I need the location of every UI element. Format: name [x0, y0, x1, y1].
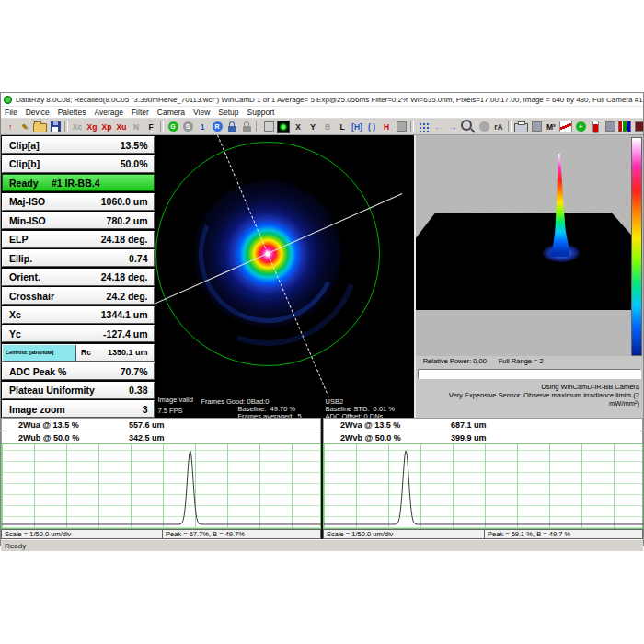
- zoom-icon-shape: [461, 120, 472, 131]
- camera-beam-view[interactable]: Image valid 7.5 FPS Frames Good: 0Bad:0 …: [155, 135, 414, 418]
- param-label: Clip[a]: [3, 140, 40, 151]
- thermometer-icon[interactable]: [588, 120, 603, 133]
- trend-chart-icon[interactable]: [558, 120, 573, 133]
- menu-setup[interactable]: Setup: [218, 108, 238, 117]
- unlock-icon[interactable]: [239, 120, 254, 133]
- param-row-maj-iso[interactable]: Maj-ISO1060.0 um: [2, 193, 155, 211]
- m2-button[interactable]: M²: [544, 120, 558, 133]
- profiles-section: 2Wua @ 13.5 %557.6 um2Wub @ 50.0 %342.5 …: [1, 418, 643, 539]
- param-row-orient[interactable]: Orient.24.18 deg.: [2, 269, 155, 286]
- param-row-xc[interactable]: Xc1344.1 um: [2, 306, 155, 324]
- profile-scale-row: Scale = 1/50.0 um/divPeak = 69.1 %, B = …: [323, 529, 643, 539]
- param-row-adc-peak[interactable]: ADC Peak %70.7%: [2, 362, 155, 380]
- rgb-bars-icon-shape: [618, 121, 631, 132]
- param-row-elp[interactable]: ELP24.18 deg.: [2, 231, 155, 248]
- forward-icon[interactable]: →: [445, 120, 460, 133]
- param-row-ellip[interactable]: Ellip.0.74: [2, 249, 155, 267]
- f-button[interactable]: F: [144, 120, 158, 133]
- param-row-plateau-uniformity[interactable]: Plateau Uniformity0.38: [2, 382, 155, 399]
- gray-circle-icon[interactable]: [477, 120, 491, 133]
- menu-average[interactable]: Average: [94, 108, 123, 117]
- rgb-bars-icon[interactable]: [617, 120, 632, 133]
- parens-button[interactable]: ( ): [364, 120, 379, 133]
- h-bracket-button[interactable]: [H]: [350, 120, 364, 133]
- image-window-icon[interactable]: [261, 120, 276, 133]
- back-icon[interactable]: ←: [431, 120, 445, 133]
- pencil-icon[interactable]: ✎: [17, 120, 32, 133]
- profile-scale-row: Scale = 1/50.0 um/divPeak = 67.7%, B = 4…: [1, 529, 321, 539]
- menu-filter[interactable]: Filter: [132, 108, 149, 117]
- param-value: 24.18 deg.: [101, 234, 148, 245]
- window-title: DataRay 8.0C08; Recalled(8.0C05 "3.39umH…: [16, 96, 643, 104]
- dark-bars-icon-shape: [635, 121, 644, 132]
- r-button-shape: R: [213, 121, 223, 132]
- width-label: 2Wua @ 13.5 %: [18, 420, 79, 430]
- param-row-min-iso[interactable]: Min-ISO780.2 um: [2, 212, 155, 229]
- dark-bars-icon[interactable]: [632, 120, 643, 133]
- r-button[interactable]: R: [210, 120, 224, 133]
- lock-icon[interactable]: [224, 120, 239, 133]
- image-window-icon-shape: [264, 121, 274, 132]
- xu-button[interactable]: Xu: [114, 120, 129, 133]
- param-row-crosshair[interactable]: Crosshair24.2 deg.: [2, 287, 155, 305]
- stop-button[interactable]: S: [180, 120, 195, 133]
- scale-label: Scale = 1/50.0 um/div: [323, 529, 485, 539]
- param-value: -127.4 um: [103, 328, 147, 339]
- param-label: Maj-ISO: [3, 196, 45, 207]
- h-red-button[interactable]: H: [379, 120, 394, 133]
- menu-file[interactable]: File: [5, 108, 17, 117]
- xp-button[interactable]: Xp: [99, 120, 114, 133]
- x-profile-button[interactable]: X: [291, 120, 305, 133]
- gray-box-icon[interactable]: [394, 120, 408, 133]
- printer-icon[interactable]: [513, 120, 529, 133]
- go-button[interactable]: G: [166, 120, 180, 133]
- toolbar-separator: [508, 121, 512, 132]
- xg-button[interactable]: Xg: [85, 120, 99, 133]
- ra-button[interactable]: rA: [491, 120, 506, 133]
- unlock-icon-shape: [243, 126, 251, 132]
- menu-device[interactable]: Device: [26, 108, 50, 117]
- width-value: 687.1 um: [451, 420, 487, 430]
- mouse-icon-shape: [532, 121, 542, 132]
- up-arrow-icon[interactable]: ↑: [3, 120, 17, 133]
- menu-view[interactable]: View: [193, 108, 210, 117]
- menubar: FileDevicePalettesAverageFilterCameraVie…: [1, 107, 643, 119]
- save-icon[interactable]: [48, 120, 63, 133]
- param-row-yc[interactable]: Yc-127.4 um: [2, 325, 155, 342]
- param-row-ready[interactable]: Ready#1 IR-BB.4: [2, 174, 155, 191]
- profile-plot[interactable]: [323, 443, 643, 529]
- target-icon[interactable]: +: [573, 120, 588, 133]
- width-label: 2Wub @ 50.0 %: [18, 433, 79, 443]
- one-shot-button[interactable]: 1: [195, 120, 210, 133]
- zoom-icon[interactable]: [460, 120, 477, 133]
- xc-button[interactable]: Xc: [70, 120, 85, 133]
- centroid-mode-label[interactable]: Centroid: [absolute]: [3, 345, 76, 361]
- v-profile-pane: 2Wva @ 13.5 %687.1 um2Wvb @ 50.0 %399.9 …: [321, 418, 643, 539]
- mouse-icon[interactable]: [529, 120, 544, 133]
- beam-window-icon[interactable]: [276, 120, 291, 133]
- param-row-clip-a[interactable]: Clip[a]13.5%: [2, 136, 155, 154]
- y-profile-button[interactable]: Y: [305, 120, 320, 133]
- width-label: 2Wva @ 13.5 %: [340, 420, 400, 430]
- b-button[interactable]: B: [320, 120, 335, 133]
- camera-icon[interactable]: [603, 120, 617, 133]
- param-row-centroid[interactable]: Centroid: [absolute]Rc1350.1 um: [2, 344, 155, 362]
- param-value: 0.38: [129, 385, 147, 396]
- menu-camera[interactable]: Camera: [157, 108, 185, 117]
- param-row-image-zoom[interactable]: Image zoom3: [2, 400, 155, 418]
- rc-label: Rc: [81, 348, 91, 357]
- l-button[interactable]: L: [335, 120, 350, 133]
- main-area: Clip[a]13.5%Clip[b]50.0%Ready#1 IR-BB.4M…: [1, 135, 643, 418]
- profile-plot[interactable]: [1, 443, 321, 529]
- save-icon-shape: [51, 121, 61, 132]
- menu-palettes[interactable]: Palettes: [58, 108, 86, 117]
- grid-icon[interactable]: [416, 120, 431, 133]
- open-file-icon[interactable]: [32, 120, 48, 133]
- scale-label: Scale = 1/50.0 um/div: [1, 529, 163, 539]
- param-value: 3: [143, 404, 148, 415]
- menu-support[interactable]: Support: [247, 108, 275, 117]
- n-button[interactable]: N: [129, 120, 144, 133]
- param-value: 70.7%: [121, 366, 148, 377]
- 3d-beam-view[interactable]: Relative Power: 0.00 Full Range = 2 Usin…: [414, 135, 643, 418]
- param-row-clip-b[interactable]: Clip[b]50.0%: [2, 155, 155, 173]
